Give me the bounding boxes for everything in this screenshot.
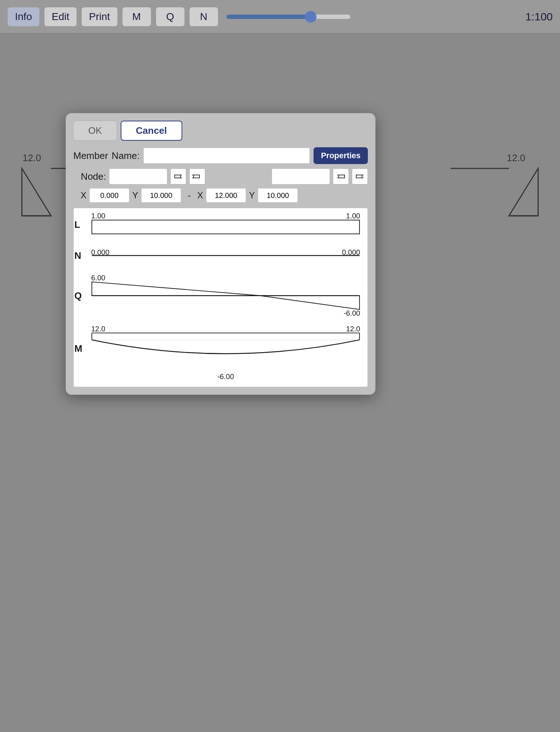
y2-label: Y (249, 190, 255, 200)
node-row: Node: (73, 168, 368, 184)
l-value-left: 1.00 (91, 212, 105, 220)
node-label: Node: (73, 171, 106, 182)
cancel-button[interactable]: Cancel (121, 121, 182, 141)
svg-rect-11 (194, 175, 199, 178)
modal-button-row: OK Cancel (73, 121, 368, 141)
l-diagram-section: L 1.00 1.00 (81, 212, 360, 237)
n-value-left: 0.000 (91, 248, 109, 257)
m-value-top-left: 12.0 (91, 325, 105, 333)
svg-rect-14 (339, 175, 345, 178)
modal-dialog: OK Cancel Member Name: Properties Node: (66, 113, 376, 395)
svg-rect-20 (92, 220, 359, 234)
m-value-bottom-center: -6.00 (217, 373, 234, 381)
svg-rect-17 (356, 175, 362, 178)
member-name-input[interactable] (143, 148, 310, 164)
svg-marker-22 (92, 282, 260, 296)
m-button[interactable]: M (122, 7, 151, 27)
l-chart-svg (91, 212, 360, 237)
node-end-btn2[interactable] (352, 168, 368, 184)
q-chart-svg (91, 274, 360, 318)
svg-rect-8 (175, 175, 180, 178)
n-chart-svg (91, 248, 360, 263)
svg-text:12.0: 12.0 (507, 152, 525, 163)
q-value-bottom-right: -6.00 (343, 309, 360, 318)
q-label: Q (74, 290, 82, 301)
m-value-top-right: 12.0 (346, 325, 360, 333)
q-value-top-left: 6.00 (91, 274, 105, 282)
node-start-input[interactable] (109, 168, 167, 184)
node-end-btn1[interactable] (333, 168, 349, 184)
node-start-btn1[interactable] (170, 168, 186, 184)
scale-label: 1:100 (525, 11, 553, 23)
name-label: Name: (112, 150, 140, 161)
svg-marker-3 (509, 168, 538, 216)
x2-input[interactable] (206, 188, 246, 203)
y2-input[interactable] (258, 188, 298, 203)
q-diagram-section: Q 6.00 -6.00 (81, 274, 360, 318)
print-button[interactable]: Print (81, 7, 118, 27)
zoom-slider[interactable] (226, 15, 350, 19)
svg-marker-23 (260, 296, 359, 309)
n-button[interactable]: N (189, 7, 218, 27)
x1-label: X (81, 190, 86, 200)
ok-button[interactable]: OK (73, 121, 117, 141)
l-value-right: 1.00 (346, 212, 360, 220)
edit-button[interactable]: Edit (44, 7, 77, 27)
svg-marker-0 (22, 168, 51, 216)
slider-container (223, 15, 553, 19)
coord-row: X Y - X Y (73, 188, 368, 203)
n-label: N (74, 250, 81, 261)
n-diagram-section: N 0.000 0.000 (81, 248, 360, 263)
chart-area: L 1.00 1.00 N 0.000 0.000 (73, 208, 368, 387)
m-chart-svg (91, 325, 360, 372)
y1-input[interactable] (141, 188, 181, 203)
node-start-btn2[interactable] (189, 168, 205, 184)
m-label: M (74, 343, 82, 354)
member-label: Member (73, 150, 108, 161)
n-value-right: 0.000 (342, 248, 360, 257)
q-button[interactable]: Q (156, 7, 185, 27)
coord-dash: - (184, 190, 194, 200)
properties-button[interactable]: Properties (314, 147, 368, 164)
y1-label: Y (132, 190, 138, 200)
info-button[interactable]: Info (7, 7, 40, 27)
svg-text:12.0: 12.0 (23, 152, 41, 163)
l-label: L (74, 219, 80, 230)
toolbar: Info Edit Print M Q N 1:100 (0, 0, 560, 34)
m-diagram-section: M 12.0 12.0 -6.00 (81, 325, 360, 372)
node-end-input[interactable] (272, 168, 330, 184)
member-name-row: Member Name: Properties (73, 147, 368, 164)
x2-label: X (197, 190, 203, 200)
x1-input[interactable] (89, 188, 129, 203)
